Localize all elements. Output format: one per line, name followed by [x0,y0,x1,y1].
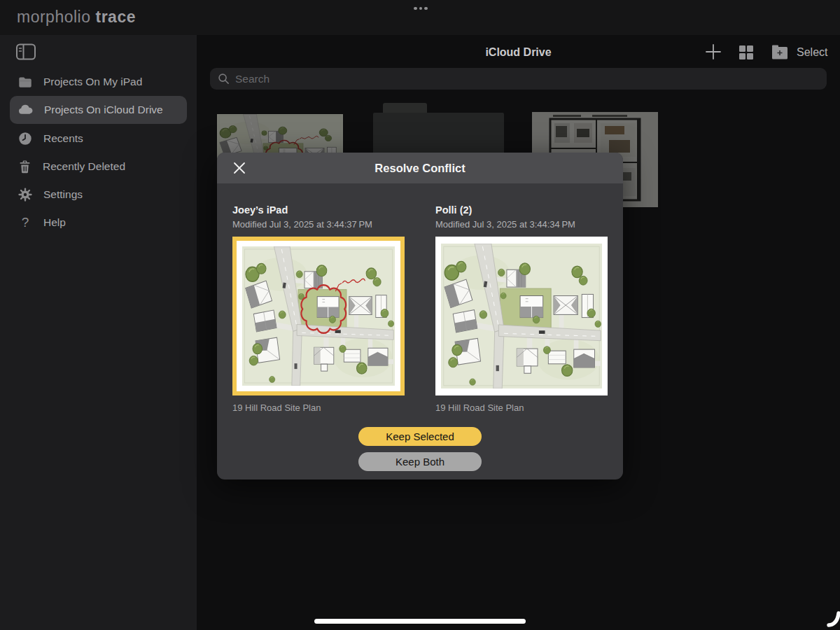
top-bar: morpholiotrace [0,0,840,35]
logo-morpholio: morpholio [17,8,91,26]
sidebar-item-label: Recently Deleted [43,160,125,173]
sidebar-item-projects-ipad[interactable]: Projects On My iPad [10,68,187,96]
sidebar: Projects On My iPad Projects On iCloud D… [0,35,197,630]
dialog-title: Resolve Conflict [217,153,623,183]
import-folder-icon[interactable] [771,44,789,63]
ellipsis-icon[interactable] [410,4,432,13]
app-screen: morpholiotrace Projects On My iPad Proje… [0,0,840,630]
grid-view-icon[interactable] [738,45,754,63]
version-modified-date: Modified Jul 3, 2025 at 3:44:37 PM [232,219,372,230]
dialog-header: Resolve Conflict [217,153,623,183]
version-thumbnail[interactable] [435,237,608,396]
sidebar-item-projects-icloud[interactable]: Projects On iCloud Drive [10,96,187,124]
sidebar-toggle-icon[interactable] [16,43,36,60]
keep-selected-button[interactable]: Keep Selected [358,427,482,446]
select-button[interactable]: Select [797,46,827,59]
version-file-name: 19 Hill Road Site Plan [435,402,524,413]
folder-icon [18,74,33,90]
search-icon [218,73,230,85]
version-thumbnail-selected[interactable] [232,237,405,396]
sidebar-item-help[interactable]: ? Help [10,209,187,237]
version-device-name: Joey’s iPad [232,204,288,216]
sidebar-item-recently-deleted[interactable]: Recently Deleted [10,153,187,181]
home-indicator[interactable] [314,619,526,624]
plus-icon[interactable] [704,43,722,64]
search-input[interactable] [235,73,795,85]
app-logo: morpholiotrace [17,8,136,27]
keep-both-button[interactable]: Keep Both [358,452,482,471]
clock-icon [18,131,33,146]
sidebar-item-label: Projects On My iPad [43,76,142,88]
sidebar-item-label: Settings [43,188,83,201]
pencil-swoosh-icon[interactable] [820,606,840,627]
sidebar-item-settings[interactable]: Settings [10,181,187,209]
sidebar-item-label: Recents [43,132,83,145]
logo-trace: trace [96,8,136,26]
search-bar [210,68,827,90]
gear-icon [18,187,33,202]
close-icon[interactable] [233,162,246,174]
version-file-name: 19 Hill Road Site Plan [232,402,321,413]
sidebar-item-label: Projects On iCloud Drive [44,104,163,116]
sidebar-item-recents[interactable]: Recents [10,125,187,153]
version-device-name: Polli (2) [435,204,472,216]
resolve-conflict-dialog: Resolve Conflict Joey’s iPad Modified Ju… [217,153,623,479]
cloud-icon [18,102,34,118]
sidebar-item-label: Help [43,216,66,229]
version-modified-date: Modified Jul 3, 2025 at 3:44:34 PM [435,219,575,230]
trash-icon [18,160,32,174]
question-icon: ? [18,215,33,230]
